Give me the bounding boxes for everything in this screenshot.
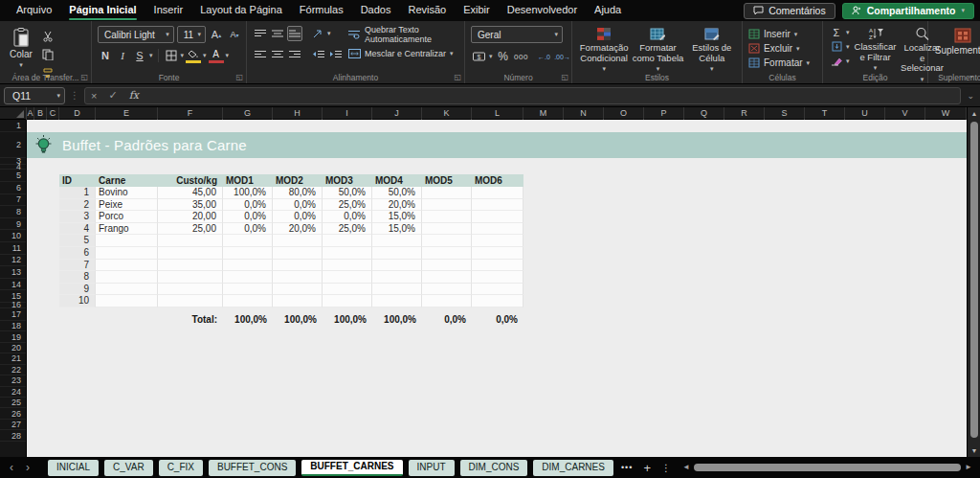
column-header-K[interactable]: K xyxy=(422,107,472,120)
more-sheets-icon[interactable]: ••• xyxy=(618,463,635,472)
table-cell[interactable]: 35,00 xyxy=(158,199,223,212)
align-left-icon[interactable] xyxy=(253,47,268,62)
table-cell[interactable]: 50,0% xyxy=(323,187,372,199)
table-cell[interactable]: 0,0% xyxy=(223,211,273,223)
table-cell[interactable] xyxy=(96,295,158,307)
menu-item-arquivo[interactable]: Arquivo xyxy=(8,0,60,21)
merge-center-button[interactable]: Mesclar e Centralizar ▾ xyxy=(348,45,460,62)
font-name-select[interactable]: Calibri Light ▾ xyxy=(98,26,174,43)
table-cell[interactable] xyxy=(223,247,273,260)
format-cells-button[interactable]: Formatar ▾ xyxy=(748,56,818,70)
table-cell[interactable] xyxy=(472,199,523,212)
row-header-26[interactable]: 26 xyxy=(0,408,26,419)
new-sheet-icon[interactable]: + xyxy=(640,461,654,475)
table-cell[interactable]: 7 xyxy=(59,260,96,272)
column-header-H[interactable]: H xyxy=(273,107,323,120)
table-cell[interactable] xyxy=(96,260,158,272)
fill-color-dropdown-icon[interactable]: ▾ xyxy=(203,52,207,59)
sheet-tab-dim_cons[interactable]: DIM_CONS xyxy=(460,460,528,476)
comma-style-button[interactable]: 000 xyxy=(514,49,529,64)
column-header-N[interactable]: N xyxy=(564,107,604,120)
table-row[interactable]: 8 xyxy=(59,271,523,284)
menu-item-desenvolvedor[interactable]: Desenvolvedor xyxy=(499,0,586,21)
font-dialog-launcher[interactable]: ◱ xyxy=(235,74,243,81)
table-cell[interactable]: 0,0% xyxy=(273,211,323,223)
table-cell[interactable] xyxy=(472,211,523,223)
number-dialog-launcher[interactable]: ◱ xyxy=(561,74,568,81)
table-cell[interactable] xyxy=(422,223,472,236)
row-header-22[interactable]: 22 xyxy=(0,365,26,376)
prev-sheet-icon[interactable]: ‹ xyxy=(6,461,17,474)
table-row[interactable]: 2Peixe35,000,0%0,0%25,0%20,0% xyxy=(59,199,523,212)
column-header-I[interactable]: I xyxy=(323,107,372,120)
table-cell[interactable] xyxy=(472,235,523,247)
table-cell[interactable]: 5 xyxy=(59,235,96,247)
table-cell[interactable] xyxy=(472,223,523,236)
row-header-6[interactable]: 6 xyxy=(0,182,26,194)
table-cell[interactable] xyxy=(223,284,273,296)
menu-item-revisão[interactable]: Revisão xyxy=(399,0,455,21)
table-cell[interactable] xyxy=(223,295,273,307)
table-cell[interactable]: Porco xyxy=(96,211,158,223)
table-cell[interactable]: 15,0% xyxy=(372,223,422,236)
row-header-3[interactable]: 3 xyxy=(0,158,26,165)
cell-styles-button[interactable]: Estilos de Célula ▾ xyxy=(686,26,738,71)
table-row[interactable]: 4Frango25,000,0%20,0%25,0%15,0% xyxy=(59,223,523,236)
column-header-Q[interactable]: Q xyxy=(684,107,724,120)
table-cell[interactable] xyxy=(372,247,422,260)
clear-eraser-icon[interactable] xyxy=(829,55,844,67)
table-cell[interactable]: 20,00 xyxy=(158,211,223,223)
align-center-icon[interactable] xyxy=(270,47,285,62)
next-sheet-icon[interactable]: › xyxy=(22,461,33,474)
table-cell[interactable]: 0,0% xyxy=(273,199,323,212)
sheet-tab-c_var[interactable]: C_VAR xyxy=(104,460,153,476)
sheet-tab-c_fix[interactable]: C_FIX xyxy=(159,460,203,476)
table-cell[interactable] xyxy=(273,295,323,307)
accounting-format-icon[interactable]: $ xyxy=(471,49,486,64)
increase-decimal-icon[interactable]: ←.0 xyxy=(537,49,552,64)
table-cell[interactable] xyxy=(323,295,372,307)
fill-down-icon[interactable] xyxy=(829,40,844,53)
row-header-14[interactable]: 14 xyxy=(0,279,26,291)
row-header-28[interactable]: 28 xyxy=(0,430,26,441)
table-cell[interactable]: 6 xyxy=(59,247,96,260)
table-row[interactable]: 5 xyxy=(59,235,523,247)
align-bottom-icon[interactable] xyxy=(287,26,302,41)
table-cell[interactable] xyxy=(273,247,323,260)
row-header-9[interactable]: 9 xyxy=(0,218,26,231)
row-header-10[interactable]: 10 xyxy=(0,230,26,242)
table-cell[interactable] xyxy=(96,235,158,247)
menu-item-exibir[interactable]: Exibir xyxy=(455,0,499,21)
column-header-P[interactable]: P xyxy=(644,107,684,120)
table-cell[interactable] xyxy=(96,247,158,260)
table-cell[interactable] xyxy=(158,271,223,284)
table-cell[interactable] xyxy=(472,271,523,284)
cut-icon[interactable] xyxy=(40,29,56,44)
font-color-icon[interactable]: A xyxy=(209,48,224,63)
table-cell[interactable] xyxy=(372,295,422,307)
conditional-formatting-button[interactable]: Formatação Condicional ▾ xyxy=(578,26,630,71)
copy-icon[interactable] xyxy=(40,47,56,62)
table-cell[interactable] xyxy=(472,284,523,296)
column-header-G[interactable]: G xyxy=(223,107,273,120)
row-header-20[interactable]: 20 xyxy=(0,343,26,353)
table-cell[interactable] xyxy=(273,235,323,247)
cancel-formula-icon[interactable]: × xyxy=(85,90,102,102)
row-header-8[interactable]: 8 xyxy=(0,206,26,218)
vertical-scrollbar[interactable]: ▲ ▼ xyxy=(967,107,980,457)
column-header-J[interactable]: J xyxy=(372,107,422,120)
column-header-B[interactable]: B xyxy=(34,107,47,120)
underline-dropdown-icon[interactable]: ▾ xyxy=(149,52,153,59)
table-cell[interactable]: 1 xyxy=(59,187,96,199)
table-cell[interactable]: 45,00 xyxy=(158,187,223,199)
table-cell[interactable]: Frango xyxy=(96,223,158,236)
table-cell[interactable] xyxy=(158,295,223,307)
table-cell[interactable]: 0,0% xyxy=(223,223,273,236)
table-cell[interactable]: 15,0% xyxy=(372,211,422,223)
scroll-right-icon[interactable]: ► xyxy=(965,462,972,473)
comments-button[interactable]: Comentários xyxy=(744,3,835,19)
table-cell[interactable] xyxy=(96,271,158,284)
table-cell[interactable] xyxy=(323,235,372,247)
column-header-L[interactable]: L xyxy=(472,107,523,120)
table-cell[interactable] xyxy=(422,235,472,247)
